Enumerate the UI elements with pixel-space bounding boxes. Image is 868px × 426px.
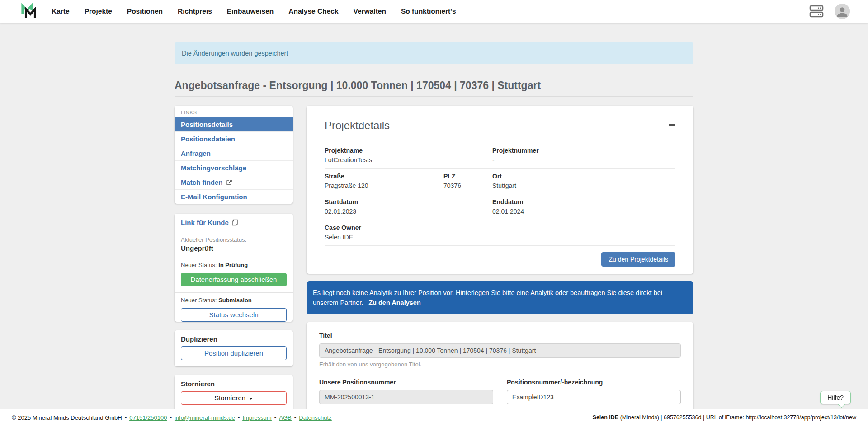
field-label: Straße xyxy=(325,173,443,180)
page-title: Angebotsanfrage - Entsorgung | 10.000 To… xyxy=(175,80,693,97)
footer: © 2025 Mineral Minds Deutschland GmbH 07… xyxy=(0,409,868,426)
cancel-dropdown-button[interactable]: Stornieren xyxy=(181,391,287,405)
mineral-minds-logo[interactable] xyxy=(20,2,38,20)
footer-session-details: (Mineral Minds) | 69576255536d | URL of … xyxy=(618,414,856,421)
nav-item-analyse-check[interactable]: Analyse Check xyxy=(288,7,338,15)
nav-item-so-funktionierts[interactable]: So funktioniert's xyxy=(401,7,456,15)
duplicate-card-title: Duplizieren xyxy=(175,335,293,343)
saved-alert: Die Änderungen wurden gespeichert xyxy=(175,42,693,64)
to-analyses-link[interactable]: Zu den Analysen xyxy=(368,299,420,306)
main-column: Projektdetails Projektname LotCreationTe… xyxy=(307,106,693,426)
server-icon[interactable] xyxy=(809,5,824,18)
cancel-button-label: Stornieren xyxy=(214,394,245,402)
nav-item-projekte[interactable]: Projekte xyxy=(85,7,112,15)
field-label: Enddatum xyxy=(492,198,675,206)
footer-link-label: Datenschutz xyxy=(299,414,331,421)
external-link-icon xyxy=(226,179,232,186)
project-details-fields: Projektname LotCreationTests Projektnumm… xyxy=(325,143,675,246)
cancel-card: Stornieren Stornieren xyxy=(175,375,293,411)
nav-item-richtpreis[interactable]: Richtpreis xyxy=(178,7,212,15)
customer-link[interactable]: Link für Kunde xyxy=(181,219,238,226)
saved-alert-text: Die Änderungen wurden gespeichert xyxy=(182,50,288,57)
field-label: Ort xyxy=(492,173,675,180)
footer-link-agb[interactable]: AGB xyxy=(272,414,292,421)
new-status-2-value: Submission xyxy=(218,297,252,304)
links-card-header: LINKS xyxy=(175,106,293,117)
sidebar-item-anfragen[interactable]: Anfragen xyxy=(175,146,293,160)
navbar-right xyxy=(809,4,850,19)
sidebar-item-label: Positionsdateien xyxy=(181,134,235,144)
help-button[interactable]: Hilfe? xyxy=(820,391,851,404)
footer-link-phone[interactable]: 07151/250100 xyxy=(122,414,167,421)
project-details-card: Projektdetails Projektname LotCreationTe… xyxy=(307,106,693,274)
nav-item-positionen[interactable]: Positionen xyxy=(127,7,163,15)
sidebar-item-label: Matchingvorschläge xyxy=(181,163,246,173)
cancel-card-title: Stornieren xyxy=(175,380,293,388)
current-status-label: Aktueller Positionsstatus: xyxy=(181,236,287,243)
field-label: Case Owner xyxy=(325,224,675,231)
user-avatar-icon[interactable] xyxy=(835,4,850,19)
sidebar-item-matchingvorschlaege[interactable]: Matchingvorschläge xyxy=(175,160,293,175)
collapse-minus-icon[interactable] xyxy=(669,124,675,126)
main-nav: Karte Projekte Positionen Richtpreis Ein… xyxy=(52,7,456,15)
logo-icon xyxy=(20,3,38,20)
sidebar-item-match-finden[interactable]: Match finden xyxy=(175,175,293,189)
duplicate-card: Duplizieren Position duplizieren xyxy=(175,330,293,366)
field-ort: Ort Stuttgart xyxy=(492,173,675,189)
field-startdatum: Startdatum 02.01.2023 xyxy=(325,198,492,215)
field-value: - xyxy=(492,156,675,164)
title-help-text: Erhält den von uns vorgegebenen Titel. xyxy=(319,361,681,368)
new-status-prefix: Neuer Status: xyxy=(181,297,217,304)
footer-link-impressum[interactable]: Impressum xyxy=(235,414,272,421)
sidebar-item-label: Positionsdetails xyxy=(181,120,233,129)
footer-link-email[interactable]: info@mineral-minds.de xyxy=(167,414,235,421)
sidebar-item-label: Match finden xyxy=(181,178,223,187)
our-number-label: Unsere Positionsnummer xyxy=(319,379,493,386)
nav-item-einbauweisen[interactable]: Einbauweisen xyxy=(227,7,274,15)
complete-data-entry-button[interactable]: Datenerfassung abschließen xyxy=(181,273,287,286)
sidebar-item-label: E-Mail Konfiguration xyxy=(181,192,247,201)
analytics-banner: Es liegt noch keine Analytik zu Ihrer Po… xyxy=(307,281,693,314)
field-value: 02.01.2024 xyxy=(492,208,675,215)
field-value: LotCreationTests xyxy=(325,156,492,164)
switch-status-button[interactable]: Status wechseln xyxy=(181,308,287,322)
new-status-2: Neuer Status: Submission xyxy=(175,293,293,304)
field-value: Selen IDE xyxy=(325,234,675,241)
our-number-input xyxy=(319,390,493,404)
current-status-value: Ungeprüft xyxy=(181,244,287,252)
analytics-banner-text: Es liegt noch keine Analytik zu Ihrer Po… xyxy=(313,289,662,306)
sidebar-item-positionsdetails[interactable]: Positionsdetails xyxy=(175,117,293,131)
sidebar: LINKS Positionsdetails Positionsdateien … xyxy=(175,106,293,411)
nav-item-verwalten[interactable]: Verwalten xyxy=(354,7,386,15)
field-label: Projektnummer xyxy=(492,147,675,154)
field-label: PLZ xyxy=(443,173,492,180)
field-case-owner: Case Owner Selen IDE xyxy=(325,224,675,241)
new-status-1: Neuer Status: In Prüfung xyxy=(175,257,293,269)
footer-left: © 2025 Mineral Minds Deutschland GmbH 07… xyxy=(12,414,332,421)
field-value: Stuttgart xyxy=(492,182,675,189)
content-area: Die Änderungen wurden gespeichert Angebo… xyxy=(175,42,693,426)
to-project-details-button[interactable]: Zu den Projektdetails xyxy=(601,252,675,267)
title-input xyxy=(319,343,681,358)
top-navbar: Karte Projekte Positionen Richtpreis Ein… xyxy=(0,0,868,23)
nav-item-karte[interactable]: Karte xyxy=(52,7,70,15)
footer-link-label: 07151/250100 xyxy=(129,414,167,421)
new-status-1-value: In Prüfung xyxy=(218,262,248,268)
title-field-label: Titel xyxy=(319,332,681,339)
field-label: Projektname xyxy=(325,147,492,154)
footer-user-name: Selen IDE xyxy=(593,414,619,421)
field-plz: PLZ 70376 xyxy=(443,173,492,189)
field-projektnummer: Projektnummer - xyxy=(492,147,675,164)
position-number-input[interactable] xyxy=(507,390,681,404)
field-projektname: Projektname LotCreationTests xyxy=(325,147,492,164)
project-details-title: Projektdetails xyxy=(325,119,390,132)
footer-link-label: Impressum xyxy=(242,414,271,421)
footer-link-label: AGB xyxy=(279,414,291,421)
sidebar-item-email-konfiguration[interactable]: E-Mail Konfiguration xyxy=(175,189,293,204)
field-value: 02.01.2023 xyxy=(325,208,492,215)
footer-link-datenschutz[interactable]: Datenschutz xyxy=(292,414,332,421)
duplicate-position-button[interactable]: Position duplizieren xyxy=(181,346,287,360)
new-status-prefix: Neuer Status: xyxy=(181,262,217,268)
sidebar-item-positionsdateien[interactable]: Positionsdateien xyxy=(175,131,293,146)
status-card: Link für Kunde Aktueller Positionsstatus… xyxy=(175,214,293,322)
